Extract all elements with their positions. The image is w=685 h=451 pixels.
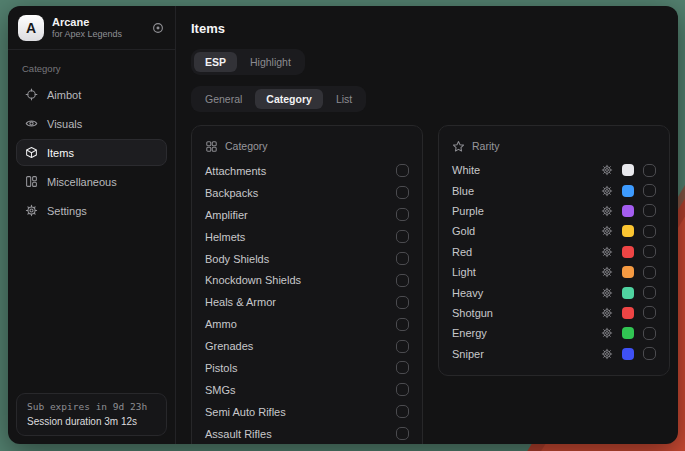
category-label: Helmets — [205, 231, 245, 243]
sidebar-item-miscellaneous[interactable]: Miscellaneous — [16, 168, 167, 195]
category-checkbox[interactable] — [396, 252, 409, 265]
category-row: Knockdown Shields — [205, 269, 409, 291]
gear-icon[interactable] — [601, 185, 613, 197]
app-window: A Arcane for Apex Legends Category Aimbo… — [8, 6, 678, 444]
category-checkbox[interactable] — [396, 230, 409, 243]
category-label: Ammo — [205, 318, 237, 330]
category-checkbox[interactable] — [396, 208, 409, 221]
tab-highlight[interactable]: Highlight — [239, 52, 302, 72]
crosshair-icon — [25, 88, 38, 101]
gear-icon[interactable] — [601, 307, 613, 319]
sidebar-item-items[interactable]: Items — [16, 139, 167, 166]
rarity-checkbox[interactable] — [643, 347, 656, 360]
gear-icon[interactable] — [601, 246, 613, 258]
gear-icon[interactable] — [601, 348, 613, 360]
category-checkbox[interactable] — [396, 383, 409, 396]
subscription-card: Sub expires in 9d 23h Session duration 3… — [16, 393, 167, 436]
gear-icon[interactable] — [601, 205, 613, 217]
category-row: Body Shields — [205, 248, 409, 270]
rarity-row: Gold — [452, 221, 656, 241]
sidebar-header: A Arcane for Apex Legends — [8, 6, 175, 50]
mode-tabs: ESP Highlight — [191, 49, 305, 75]
gear-icon[interactable] — [601, 164, 613, 176]
gear-icon — [25, 204, 38, 217]
rarity-checkbox[interactable] — [643, 286, 656, 299]
subscription-expiry: Sub expires in 9d 23h — [27, 401, 156, 412]
color-swatch[interactable] — [622, 185, 634, 197]
rarity-row: Heavy — [452, 282, 656, 302]
main-content: Items ESP Highlight General Category Lis… — [176, 6, 678, 444]
category-row: Helmets — [205, 226, 409, 248]
cube-icon — [25, 146, 38, 159]
sidebar-item-label: Visuals — [47, 118, 82, 130]
color-swatch[interactable] — [622, 266, 634, 278]
category-checkbox[interactable] — [396, 186, 409, 199]
tab-list[interactable]: List — [325, 89, 363, 109]
rarity-label: Sniper — [452, 348, 484, 360]
rarity-label: Shotgun — [452, 307, 493, 319]
sidebar-item-visuals[interactable]: Visuals — [16, 110, 167, 137]
color-swatch[interactable] — [622, 205, 634, 217]
tab-esp[interactable]: ESP — [194, 52, 237, 72]
tab-category[interactable]: Category — [255, 89, 323, 109]
color-swatch[interactable] — [622, 327, 634, 339]
rarity-row: Light — [452, 262, 656, 282]
rarity-label: Gold — [452, 225, 475, 237]
rarity-checkbox[interactable] — [643, 225, 656, 238]
category-checkbox[interactable] — [396, 296, 409, 309]
category-label: Attachments — [205, 165, 266, 177]
page-title: Items — [191, 21, 670, 36]
category-checkbox[interactable] — [396, 405, 409, 418]
category-checkbox[interactable] — [396, 318, 409, 331]
layout-icon — [25, 175, 38, 188]
rarity-label: Heavy — [452, 287, 483, 299]
rarity-checkbox[interactable] — [643, 306, 656, 319]
rarity-checkbox[interactable] — [643, 245, 656, 258]
rarity-checkbox[interactable] — [643, 204, 656, 217]
category-row: SMGs — [205, 379, 409, 401]
color-swatch[interactable] — [622, 225, 634, 237]
rarity-panel: Rarity White Blue Purple Gold — [438, 125, 670, 376]
gear-icon[interactable] — [601, 225, 613, 237]
color-swatch[interactable] — [622, 307, 634, 319]
color-swatch[interactable] — [622, 348, 634, 360]
sidebar-item-label: Miscellaneous — [47, 176, 117, 188]
category-label: Semi Auto Rifles — [205, 406, 286, 418]
rarity-label: Light — [452, 266, 476, 278]
app-logo: A — [18, 15, 44, 41]
category-label: Pistols — [205, 362, 237, 374]
category-checkbox[interactable] — [396, 427, 409, 440]
category-row: Heals & Armor — [205, 291, 409, 313]
grid-icon — [205, 140, 218, 153]
color-swatch[interactable] — [622, 164, 634, 176]
gear-icon[interactable] — [601, 287, 613, 299]
rarity-checkbox[interactable] — [643, 327, 656, 340]
rarity-row: Blue — [452, 180, 656, 200]
rarity-row: Sniper — [452, 344, 656, 364]
category-checkbox[interactable] — [396, 164, 409, 177]
sidebar-item-label: Settings — [47, 205, 87, 217]
category-label: Heals & Armor — [205, 296, 276, 308]
gear-icon[interactable] — [601, 327, 613, 339]
rarity-checkbox[interactable] — [643, 164, 656, 177]
color-swatch[interactable] — [622, 246, 634, 258]
sidebar-item-label: Items — [47, 147, 74, 159]
category-row: Attachments — [205, 160, 409, 182]
category-checkbox[interactable] — [396, 361, 409, 374]
category-panel: Category Attachments Backpacks Amplifier… — [191, 125, 423, 444]
rarity-checkbox[interactable] — [643, 184, 656, 197]
app-name: Arcane — [52, 16, 143, 29]
tab-general[interactable]: General — [194, 89, 253, 109]
target-icon[interactable] — [151, 21, 165, 35]
sidebar-item-settings[interactable]: Settings — [16, 197, 167, 224]
rarity-label: White — [452, 164, 480, 176]
gear-icon[interactable] — [601, 266, 613, 278]
category-checkbox[interactable] — [396, 340, 409, 353]
rarity-label: Energy — [452, 327, 487, 339]
category-row: Backpacks — [205, 182, 409, 204]
color-swatch[interactable] — [622, 287, 634, 299]
rarity-checkbox[interactable] — [643, 266, 656, 279]
rarity-label: Red — [452, 246, 472, 258]
category-checkbox[interactable] — [396, 274, 409, 287]
sidebar-item-aimbot[interactable]: Aimbot — [16, 81, 167, 108]
